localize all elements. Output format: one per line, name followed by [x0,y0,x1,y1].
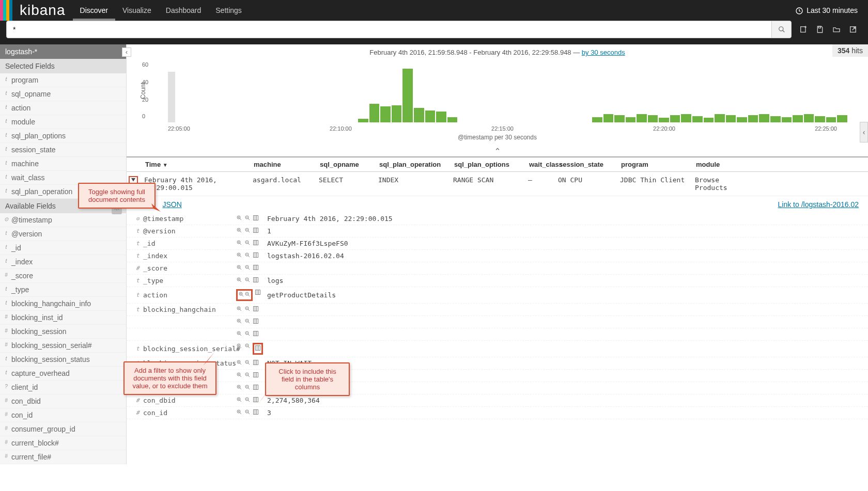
filter-out-icon[interactable] [244,264,251,272]
histogram-bar[interactable] [614,115,625,122]
sidebar-field-item[interactable]: #current_file# [0,450,126,464]
time-range-label[interactable]: Last 30 minutes [807,6,858,14]
doc-permalink[interactable]: Link to /logstash-2016.02 [778,200,859,209]
sidebar-field-item[interactable]: #blocking_session_serial# [0,339,126,353]
save-search-icon[interactable] [814,24,826,35]
sidebar-field-item[interactable]: t_index [0,255,126,269]
histogram-bar[interactable] [804,114,814,122]
filter-in-icon[interactable] [236,343,242,355]
open-search-icon[interactable] [831,24,842,35]
histogram-bar[interactable] [670,115,680,122]
histogram-bar[interactable] [447,117,458,122]
sidebar-field-item[interactable]: #_score [0,269,126,283]
nav-dashboard[interactable]: Dashboard [159,0,209,21]
col-header-sql-plan-operation[interactable]: sql_plan_operation [375,157,450,171]
right-collapse-handle[interactable]: ‹ [860,122,868,142]
filter-out-icon[interactable] [244,343,251,355]
histogram-bar[interactable] [782,117,792,122]
tab-json[interactable]: JSON [162,200,181,209]
filter-out-icon[interactable] [244,359,251,367]
histogram-bar[interactable] [815,116,825,122]
histogram-bar[interactable] [402,69,413,122]
sidebar-field-item[interactable]: tsql_plan_options [0,129,126,143]
sidebar-field-item[interactable]: tmodule [0,115,126,129]
sidebar-field-item[interactable]: #con_dbid [0,394,126,408]
histogram-bar[interactable] [369,104,380,122]
filter-out-icon[interactable] [244,215,251,223]
col-header-session-state[interactable]: session_state [555,157,617,171]
histogram-bar[interactable] [681,114,691,122]
toggle-column-icon[interactable] [253,318,259,326]
filter-in-icon[interactable] [236,264,242,272]
histogram-bar[interactable] [826,117,836,122]
toggle-column-icon[interactable] [253,372,259,379]
histogram-bar[interactable] [603,114,614,122]
col-header-machine[interactable]: machine [250,157,316,171]
histogram-bar[interactable] [414,108,424,122]
sidebar-field-item[interactable]: t_type [0,283,126,297]
toggle-column-icon[interactable] [253,252,259,260]
filter-in-icon[interactable] [236,330,242,338]
histogram-bar[interactable] [704,118,714,122]
sidebar-field-item[interactable]: ⊙@timestamp [0,213,126,227]
filter-out-icon[interactable] [244,306,251,313]
sidebar-field-item[interactable]: t_id [0,241,126,255]
filter-in-icon[interactable] [236,359,242,367]
filter-in-icon[interactable] [236,397,242,404]
filter-out-icon[interactable] [244,372,251,379]
toggle-column-icon[interactable] [255,345,261,353]
filter-out-icon[interactable] [244,409,251,417]
nav-discover[interactable]: Discover [73,0,115,21]
sidebar-field-item[interactable]: #current_block# [0,436,126,450]
histogram-bar[interactable] [659,118,669,122]
toggle-column-icon[interactable] [253,215,259,223]
histogram-bar[interactable] [837,115,847,122]
filter-in-icon[interactable] [236,372,242,379]
filter-in-icon[interactable] [236,409,242,417]
sidebar-field-item[interactable]: tblocking_hangchain_info [0,297,126,311]
toggle-column-icon[interactable] [253,306,259,313]
col-header-wait-class[interactable]: wait_class [525,157,555,171]
filter-out-icon[interactable] [244,277,251,284]
sidebar-field-item[interactable]: #con_id [0,408,126,422]
filter-out-icon[interactable] [244,397,251,404]
sidebar-field-item[interactable]: tsql_opname [0,87,126,101]
toggle-column-icon[interactable] [253,359,259,367]
col-header-sql-plan-options[interactable]: sql_plan_options [450,157,525,171]
col-header-module[interactable]: module [692,157,733,171]
toggle-column-icon[interactable] [253,227,259,235]
sidebar-field-item[interactable]: tcapture_overhead [0,367,126,381]
sidebar-field-item[interactable]: tblocking_session_status [0,353,126,367]
share-icon[interactable] [847,24,859,35]
col-header-program[interactable]: program [617,157,692,171]
histogram-bar[interactable] [648,115,658,122]
filter-in-icon[interactable] [236,215,242,223]
filter-out-icon[interactable] [244,252,251,260]
toggle-column-icon[interactable] [253,277,259,284]
histogram-bar[interactable] [392,105,402,122]
filter-out-icon[interactable] [244,291,251,299]
filter-out-icon[interactable] [244,240,251,247]
toggle-column-icon[interactable] [255,289,261,301]
filter-out-icon[interactable] [244,384,251,392]
new-search-icon[interactable] [798,24,809,35]
histogram-bar[interactable] [592,117,602,122]
filter-in-icon[interactable] [236,318,242,326]
histogram-bar[interactable] [726,115,736,122]
sidebar-field-item[interactable]: taction [0,101,126,115]
toggle-column-icon[interactable] [253,264,259,272]
filter-in-icon[interactable] [236,227,242,235]
toggle-column-icon[interactable] [253,409,259,417]
histogram-chart[interactable]: Count 60 40 20 0 22:05:00 22:10:00 22:15… [158,61,847,134]
histogram-bar[interactable] [425,110,436,122]
sidebar-field-item[interactable]: #consumer_group_id [0,422,126,436]
filter-out-icon[interactable] [244,318,251,326]
sidebar-field-item[interactable]: tprogram [0,73,126,87]
filter-in-icon[interactable] [236,252,242,260]
index-pattern-selector[interactable]: logstash-* [0,44,126,59]
filter-in-icon[interactable] [236,306,242,313]
filter-in-icon[interactable] [236,384,242,392]
filter-out-icon[interactable] [244,330,251,338]
nav-settings[interactable]: Settings [208,0,249,21]
histogram-bar[interactable] [380,106,391,122]
